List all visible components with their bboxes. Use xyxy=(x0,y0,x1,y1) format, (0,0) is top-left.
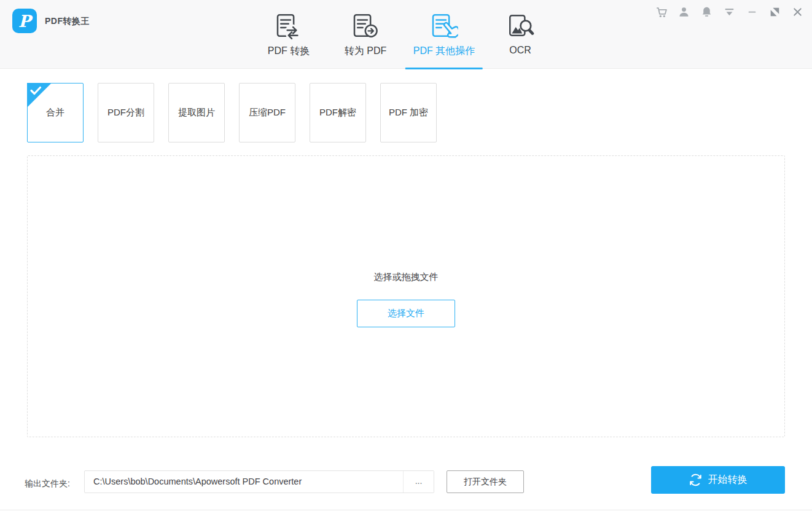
app-title: PDF转换王 xyxy=(45,16,90,27)
tab-compress-pdf[interactable]: 压缩PDF xyxy=(239,83,295,142)
header: P PDF转换王 PDF 转换 xyxy=(0,0,812,69)
file-dropzone[interactable]: 选择或拖拽文件 选择文件 xyxy=(27,155,785,437)
tab-label: PDF 加密 xyxy=(389,107,428,119)
dropzone-hint: 选择或拖拽文件 xyxy=(28,271,784,283)
output-path-value[interactable]: C:\Users\bob\Documents\Apowersoft PDF Co… xyxy=(93,471,397,493)
refresh-convert-icon xyxy=(689,473,702,486)
output-path-field[interactable]: C:\Users\bob\Documents\Apowersoft PDF Co… xyxy=(84,470,434,493)
close-icon[interactable] xyxy=(791,6,804,18)
nav-label: OCR xyxy=(506,45,534,56)
doc-swap-arrows-icon xyxy=(275,12,303,41)
nav-item-ocr[interactable]: OCR xyxy=(506,12,534,56)
nav-item-pdf-convert[interactable]: PDF 转换 xyxy=(268,12,310,58)
tab-pdf-split[interactable]: PDF分割 xyxy=(98,83,154,142)
tab-label: PDF解密 xyxy=(319,107,356,119)
tab-label: 提取图片 xyxy=(178,107,215,119)
start-convert-button[interactable]: 开始转换 xyxy=(651,466,785,494)
titlebar-icons xyxy=(655,6,804,18)
bell-icon[interactable] xyxy=(700,6,713,18)
menu-icon[interactable] xyxy=(723,6,736,18)
tab-label: 合并 xyxy=(46,107,64,119)
output-folder-label: 输出文件夹: xyxy=(25,478,70,489)
nav-label: PDF 其他操作 xyxy=(413,45,475,58)
cart-icon[interactable] xyxy=(655,6,668,18)
start-convert-label: 开始转换 xyxy=(708,473,748,486)
window-bottom-border xyxy=(0,510,812,510)
maximize-icon[interactable] xyxy=(768,6,781,18)
open-folder-button[interactable]: 打开文件夹 xyxy=(447,470,524,493)
tab-label: PDF分割 xyxy=(107,107,144,119)
nav-item-to-pdf[interactable]: 转为 PDF xyxy=(345,12,386,58)
app-window: P PDF转换王 PDF 转换 xyxy=(0,0,812,514)
tab-merge[interactable]: 合并 xyxy=(27,83,84,142)
image-magnifier-icon xyxy=(506,12,534,41)
doc-hand-pointer-icon xyxy=(430,12,458,41)
tab-extract-images[interactable]: 提取图片 xyxy=(168,83,225,142)
tab-label: 压缩PDF xyxy=(249,107,286,119)
nav-item-pdf-other-ops[interactable]: PDF 其他操作 xyxy=(413,12,475,58)
choose-file-button[interactable]: 选择文件 xyxy=(357,300,455,327)
nav-label: PDF 转换 xyxy=(268,45,310,58)
tab-pdf-encrypt[interactable]: PDF 加密 xyxy=(380,83,437,142)
tab-pdf-decrypt[interactable]: PDF解密 xyxy=(310,83,366,142)
doc-arrow-circle-icon xyxy=(351,12,380,41)
browse-button[interactable]: ... xyxy=(403,471,434,493)
logo-letter: P xyxy=(18,12,31,31)
app-logo: P xyxy=(12,9,37,33)
user-icon[interactable] xyxy=(677,6,690,18)
minimize-icon[interactable] xyxy=(746,6,759,18)
nav-label: 转为 PDF xyxy=(345,45,386,58)
selected-check-icon xyxy=(27,83,52,107)
